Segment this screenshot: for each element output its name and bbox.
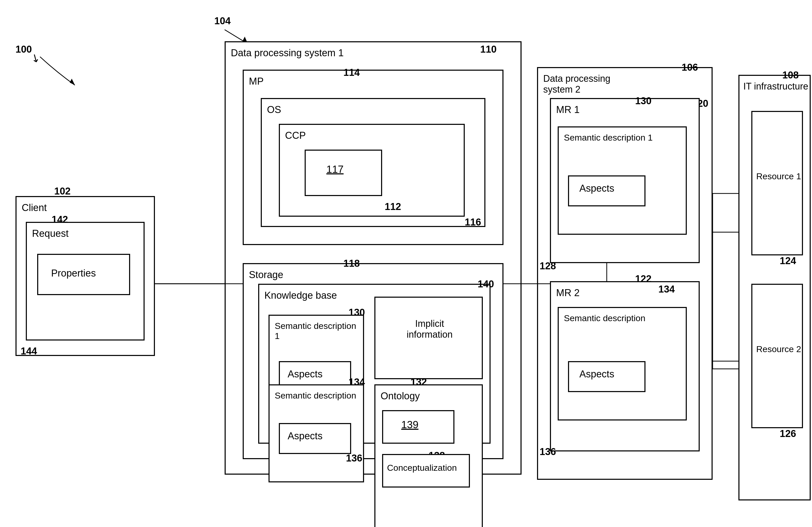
aspects-2a-box: Aspects: [279, 423, 351, 454]
ref139-label: 139: [401, 419, 419, 431]
ref-136a: 136: [346, 453, 362, 464]
ref-140: 140: [478, 278, 494, 290]
implicit-info-label: Implicit information: [391, 318, 468, 340]
resource2-box: Resource 2: [751, 284, 803, 428]
implicit-info-box: Implicit information: [374, 297, 483, 379]
ref-136b: 136: [540, 446, 556, 457]
aspects-2a-label: Aspects: [288, 431, 322, 442]
ref-134b: 134: [658, 284, 675, 295]
ref-112: 112: [385, 201, 401, 212]
properties-label: Properties: [51, 268, 96, 279]
ref-124: 124: [780, 255, 796, 267]
ref-122: 122: [635, 273, 651, 285]
resource1-label: Resource 1: [756, 171, 801, 181]
diagram: 100 ↘ 104 Client 102 Request Properties …: [0, 0, 812, 527]
it-infra-label: IT infrastructure: [743, 81, 808, 92]
ref-134a: 134: [349, 377, 365, 388]
sem-desc-1b-label: Semantic description 1: [564, 133, 653, 142]
aspects-1b-label: Aspects: [579, 183, 614, 194]
mr1-label: MR 1: [556, 104, 580, 115]
ref-102: 102: [54, 186, 71, 197]
request-box: Request Properties: [26, 222, 145, 341]
knowledge-base-label: Knowledge base: [264, 290, 337, 301]
ontology-label: Ontology: [380, 391, 420, 402]
ref-132: 132: [410, 377, 427, 388]
ref-110: 110: [480, 44, 496, 55]
svg-marker-0: [70, 79, 75, 85]
conceptualization-box: Conceptualization: [382, 454, 470, 487]
ref-106: 106: [682, 62, 698, 73]
ref-144: 144: [21, 346, 37, 357]
ref-130a: 130: [349, 307, 365, 318]
aspects-2b-box: Aspects: [568, 361, 646, 392]
conceptualization-label: Conceptualization: [387, 463, 457, 473]
ccp-label: CCP: [285, 130, 306, 141]
dps2-label: Data processingsystem 2: [543, 73, 610, 95]
ref117-label: 117: [327, 164, 344, 175]
sem-desc-2a-label: Semantic description: [275, 391, 356, 401]
properties-box: Properties: [37, 254, 130, 295]
ref-108: 108: [782, 70, 799, 81]
sem-desc-1a-label: Semantic description 1: [275, 321, 363, 341]
dps1-label: Data processing system 1: [231, 47, 344, 59]
resource1-box: Resource 1: [751, 111, 803, 255]
mp-label: MP: [249, 76, 264, 87]
ref-116: 116: [465, 217, 481, 228]
ref-126: 126: [780, 428, 796, 439]
ref-114: 114: [343, 67, 360, 78]
storage-label: Storage: [249, 269, 283, 281]
sem-desc-2b-label: Semantic description: [564, 313, 646, 323]
ref-128b: 128: [540, 260, 556, 272]
os-label: OS: [267, 104, 281, 115]
ref117-box: 117: [305, 150, 382, 196]
ref139-box: 139: [382, 410, 454, 444]
request-label: Request: [32, 228, 69, 239]
ref-142: 142: [52, 214, 68, 225]
ref-100: 100: [15, 44, 32, 55]
aspects-1a-label: Aspects: [288, 368, 322, 380]
resource2-label: Resource 2: [756, 344, 801, 354]
aspects-2b-label: Aspects: [579, 368, 614, 380]
mr2-label: MR 2: [556, 287, 580, 299]
aspects-1b-box: Aspects: [568, 176, 646, 206]
ref-118: 118: [343, 258, 360, 269]
client-label: Client: [22, 202, 47, 213]
ref-104: 104: [214, 15, 231, 27]
ref-130b: 130: [635, 95, 651, 107]
